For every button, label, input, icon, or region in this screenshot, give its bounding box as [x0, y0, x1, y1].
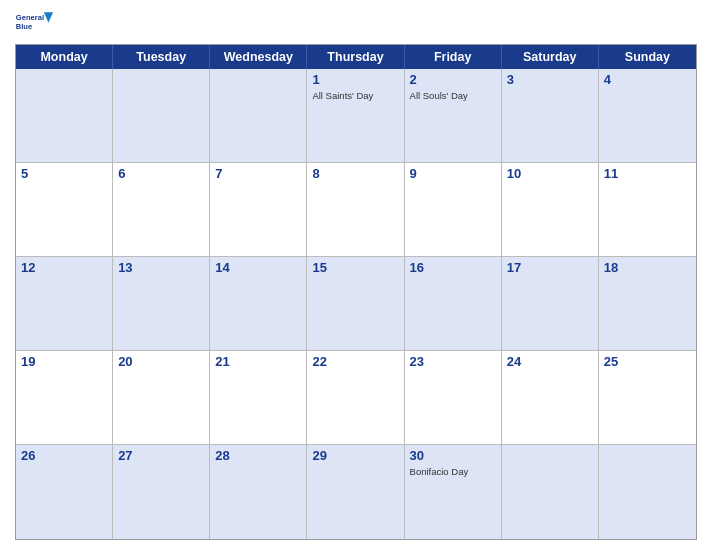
calendar-cell: 9 [405, 163, 502, 257]
calendar-cell [599, 445, 696, 539]
day-number: 25 [604, 354, 691, 370]
day-number: 12 [21, 260, 107, 276]
logo-svg: General Blue [15, 10, 53, 38]
calendar-cell: 29 [307, 445, 404, 539]
day-number: 1 [312, 72, 398, 88]
calendar-cell [210, 69, 307, 163]
day-number: 13 [118, 260, 204, 276]
calendar-cell: 11 [599, 163, 696, 257]
calendar-cell: 28 [210, 445, 307, 539]
calendar-cell: 30Bonifacio Day [405, 445, 502, 539]
day-number: 10 [507, 166, 593, 182]
calendar-cell: 26 [16, 445, 113, 539]
day-number: 5 [21, 166, 107, 182]
calendar-cell: 1All Saints' Day [307, 69, 404, 163]
calendar-body: 1All Saints' Day2All Souls' Day345678910… [16, 69, 696, 539]
calendar-page: General Blue MondayTuesdayWednesdayThurs… [0, 0, 712, 550]
day-number: 2 [410, 72, 496, 88]
day-number: 8 [312, 166, 398, 182]
day-number: 30 [410, 448, 496, 464]
svg-marker-2 [44, 12, 53, 23]
weekday-header: Wednesday [210, 45, 307, 69]
day-number: 9 [410, 166, 496, 182]
day-number: 17 [507, 260, 593, 276]
weekday-header: Thursday [307, 45, 404, 69]
calendar-cell: 23 [405, 351, 502, 445]
calendar-cell: 22 [307, 351, 404, 445]
weekday-header: Tuesday [113, 45, 210, 69]
calendar-cell: 10 [502, 163, 599, 257]
calendar-cell [16, 69, 113, 163]
day-number: 26 [21, 448, 107, 464]
weekday-header: Friday [405, 45, 502, 69]
calendar-cell: 12 [16, 257, 113, 351]
page-header: General Blue [15, 10, 697, 38]
day-number: 23 [410, 354, 496, 370]
day-number: 14 [215, 260, 301, 276]
svg-text:General: General [16, 13, 44, 22]
day-number: 18 [604, 260, 691, 276]
calendar-cell [113, 69, 210, 163]
day-number: 7 [215, 166, 301, 182]
calendar-grid: MondayTuesdayWednesdayThursdayFridaySatu… [15, 44, 697, 540]
logo: General Blue [15, 10, 53, 38]
day-number: 4 [604, 72, 691, 88]
day-number: 21 [215, 354, 301, 370]
weekday-header: Saturday [502, 45, 599, 69]
holiday-label: All Saints' Day [312, 90, 398, 102]
day-number: 28 [215, 448, 301, 464]
day-number: 15 [312, 260, 398, 276]
calendar-cell: 15 [307, 257, 404, 351]
svg-text:Blue: Blue [16, 22, 32, 31]
day-number: 27 [118, 448, 204, 464]
calendar-cell: 3 [502, 69, 599, 163]
day-number: 16 [410, 260, 496, 276]
holiday-label: Bonifacio Day [410, 466, 496, 478]
calendar-cell: 19 [16, 351, 113, 445]
calendar-cell: 4 [599, 69, 696, 163]
weekday-header: Monday [16, 45, 113, 69]
calendar-cell: 24 [502, 351, 599, 445]
calendar-cell: 8 [307, 163, 404, 257]
calendar-cell: 25 [599, 351, 696, 445]
weekday-header: Sunday [599, 45, 696, 69]
calendar-cell: 7 [210, 163, 307, 257]
day-number: 11 [604, 166, 691, 182]
day-number: 24 [507, 354, 593, 370]
calendar-cell: 17 [502, 257, 599, 351]
calendar-header: MondayTuesdayWednesdayThursdayFridaySatu… [16, 45, 696, 69]
day-number: 29 [312, 448, 398, 464]
calendar-cell: 13 [113, 257, 210, 351]
day-number: 6 [118, 166, 204, 182]
calendar-cell: 20 [113, 351, 210, 445]
calendar-cell: 21 [210, 351, 307, 445]
calendar-cell: 2All Souls' Day [405, 69, 502, 163]
day-number: 22 [312, 354, 398, 370]
calendar-cell: 14 [210, 257, 307, 351]
calendar-cell: 18 [599, 257, 696, 351]
day-number: 20 [118, 354, 204, 370]
calendar-cell [502, 445, 599, 539]
calendar-cell: 5 [16, 163, 113, 257]
day-number: 19 [21, 354, 107, 370]
day-number: 3 [507, 72, 593, 88]
calendar-cell: 27 [113, 445, 210, 539]
calendar-cell: 16 [405, 257, 502, 351]
holiday-label: All Souls' Day [410, 90, 496, 102]
calendar-cell: 6 [113, 163, 210, 257]
